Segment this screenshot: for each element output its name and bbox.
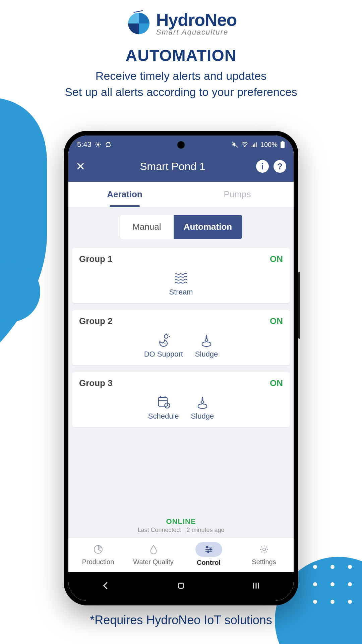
feature-schedule[interactable]: Schedule: [148, 394, 179, 421]
gear-icon: [257, 543, 271, 556]
nav-label: Control: [197, 559, 221, 567]
nav-label: Production: [82, 558, 114, 566]
svg-point-19: [164, 335, 168, 338]
online-label: ONLINE: [68, 517, 294, 526]
nav-production[interactable]: Production: [70, 543, 126, 566]
decorative-dots: [313, 565, 352, 604]
feature-label: Sludge: [191, 412, 214, 421]
svg-point-33: [206, 546, 208, 548]
feature-label: Sludge: [195, 350, 218, 359]
nav-control[interactable]: Control: [181, 542, 236, 567]
tab-pumps[interactable]: Pumps: [181, 182, 294, 207]
mode-toggle: Manual Automation: [120, 215, 242, 239]
tab-aeration[interactable]: Aeration: [68, 182, 181, 207]
svg-rect-13: [252, 146, 253, 147]
brand-name: HydroNeo: [156, 11, 237, 29]
feature-do-support[interactable]: O₂ DO Support: [144, 332, 183, 359]
app-header: ✕ Smart Pond 1 i ?: [68, 154, 294, 182]
group-card[interactable]: Group 3 ON Schedule Sludge: [72, 372, 290, 427]
svg-rect-24: [158, 397, 167, 406]
sun-icon: [95, 141, 102, 148]
back-button[interactable]: [101, 581, 111, 592]
close-icon[interactable]: ✕: [76, 160, 89, 173]
group-name: Group 1: [79, 254, 113, 264]
feature-label: Schedule: [148, 412, 179, 421]
home-button[interactable]: [176, 581, 186, 592]
mode-manual[interactable]: Manual: [120, 215, 174, 239]
svg-line-8: [100, 146, 100, 147]
svg-rect-15: [254, 144, 255, 147]
production-icon: [92, 543, 105, 556]
svg-point-37: [207, 551, 209, 552]
svg-line-9: [96, 146, 97, 147]
tabs: Aeration Pumps: [68, 182, 294, 207]
content-area[interactable]: Manual Automation Group 1 ON Stream: [68, 207, 294, 514]
group-state: ON: [270, 316, 283, 326]
group-state: ON: [270, 254, 283, 264]
group-state: ON: [270, 378, 283, 388]
sludge-icon: [195, 394, 210, 409]
svg-line-30: [167, 406, 168, 406]
signal-icon: [251, 141, 258, 148]
group-card[interactable]: Group 2 ON O₂ DO Support Sludge: [72, 310, 290, 365]
recents-button[interactable]: [251, 581, 261, 592]
svg-rect-18: [282, 141, 284, 142]
mute-icon: [232, 141, 238, 148]
bottom-nav: Production Water Quality Control Setting…: [68, 538, 294, 572]
svg-rect-16: [256, 142, 257, 147]
svg-line-22: [168, 334, 169, 334]
sliders-icon: [195, 542, 222, 557]
nav-label: Settings: [252, 558, 276, 566]
svg-point-38: [262, 548, 265, 551]
svg-line-10: [100, 143, 100, 143]
feature-label: DO Support: [144, 350, 183, 359]
help-icon[interactable]: ?: [274, 160, 286, 173]
promo-subtitle: Receive timely alerts and updates Set up…: [0, 68, 362, 100]
phone-frame: 5:43 100%: [64, 131, 298, 605]
nav-label: Water Quality: [133, 558, 173, 566]
last-connected-label: Last Connected:: [137, 527, 181, 533]
drop-icon: [147, 543, 160, 556]
battery-percent: 100%: [260, 141, 278, 149]
sludge-icon: [199, 332, 214, 347]
group-name: Group 2: [79, 316, 113, 326]
sync-icon: [105, 141, 112, 148]
svg-rect-39: [179, 583, 184, 588]
schedule-icon: [156, 394, 171, 409]
stream-icon: [174, 270, 188, 285]
svg-rect-17: [281, 142, 285, 148]
group-card[interactable]: Group 1 ON Stream: [72, 248, 290, 303]
do-support-icon: O₂: [156, 332, 171, 347]
promo-title: AUTOMATION: [0, 46, 362, 65]
svg-point-2: [97, 144, 99, 146]
camera-hole: [177, 141, 185, 149]
svg-rect-14: [253, 145, 254, 147]
status-time: 5:43: [77, 140, 92, 149]
battery-icon: [280, 141, 285, 148]
feature-stream[interactable]: Stream: [169, 270, 193, 297]
last-connected-value: 2 minutes ago: [187, 527, 225, 533]
wifi-icon: [241, 141, 248, 148]
brand-tagline: Smart Aquaculture: [156, 29, 237, 36]
svg-point-35: [209, 548, 211, 550]
promo-footnote: *Requires HydroNeo IoT solutions: [0, 613, 362, 627]
feature-label: Stream: [169, 288, 193, 297]
info-icon[interactable]: i: [256, 160, 269, 173]
mode-automation[interactable]: Automation: [174, 215, 242, 239]
svg-marker-1: [133, 12, 135, 13]
group-name: Group 3: [79, 378, 113, 388]
svg-line-7: [96, 143, 97, 143]
connection-status: ONLINE Last Connected: 2 minutes ago: [68, 514, 294, 538]
feature-sludge[interactable]: Sludge: [191, 394, 214, 421]
nav-water-quality[interactable]: Water Quality: [126, 543, 181, 566]
logo-mark-icon: [125, 10, 152, 37]
background-shape: [0, 61, 47, 402]
feature-sludge[interactable]: Sludge: [195, 332, 218, 359]
android-navbar: [68, 572, 294, 601]
nav-settings[interactable]: Settings: [236, 543, 292, 566]
brand-logo: HydroNeo Smart Aquaculture: [0, 10, 362, 37]
svg-point-12: [244, 146, 245, 147]
page-title: Smart Pond 1: [94, 160, 251, 173]
svg-text:O₂: O₂: [162, 342, 165, 345]
svg-line-0: [135, 11, 143, 12]
